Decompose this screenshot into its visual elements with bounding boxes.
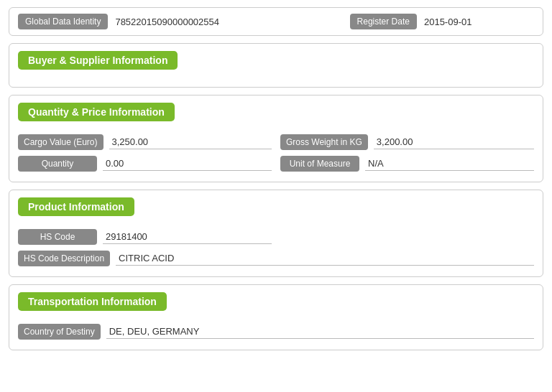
identity-bar: Global Data Identity 7852201509000000255… (9, 7, 543, 36)
gross-weight-value: 3,200.00 (374, 135, 534, 149)
register-date-label: Register Date (350, 14, 417, 29)
product-section: Product Information HS Code 29181400 HS … (9, 190, 543, 277)
quantity-field: Quantity 0.00 (18, 156, 272, 172)
quantity-price-section: Quantity & Price Information Cargo Value… (9, 95, 543, 182)
unit-of-measure-value: N/A (365, 157, 534, 171)
transportation-section: Transportation Information Country of De… (9, 284, 543, 350)
country-of-destiny-value: DE, DEU, GERMANY (106, 325, 534, 339)
product-row1: HS Code 29181400 (18, 229, 534, 245)
hs-code-label: HS Code (18, 229, 97, 245)
transportation-header: Transportation Information (18, 292, 167, 311)
unit-of-measure-field: Unit of Measure N/A (280, 156, 534, 172)
quantity-value: 0.00 (103, 157, 272, 171)
gross-weight-label: Gross Weight in KG (280, 134, 368, 150)
buyer-supplier-section: Buyer & Supplier Information (9, 43, 543, 88)
product-row2: HS Code Description CITRIC ACID (18, 251, 534, 266)
quantity-price-row1: Cargo Value (Euro) 3,250.00 Gross Weight… (18, 134, 534, 150)
country-of-destiny-field: Country of Destiny DE, DEU, GERMANY (18, 324, 534, 340)
product-header: Product Information (18, 197, 134, 216)
hs-code-desc-label: HS Code Description (18, 251, 110, 266)
global-data-identity-label: Global Data Identity (18, 14, 108, 29)
country-of-destiny-label: Country of Destiny (18, 324, 101, 340)
buyer-supplier-header: Buyer & Supplier Information (18, 51, 178, 70)
hs-code-desc-field: HS Code Description CITRIC ACID (18, 251, 534, 266)
cargo-value-value: 3,250.00 (109, 135, 272, 149)
unit-of-measure-label: Unit of Measure (280, 156, 359, 172)
hs-code-value: 29181400 (103, 230, 272, 244)
global-data-identity-value: 78522015090000002554 (115, 17, 225, 27)
quantity-label: Quantity (18, 156, 97, 172)
cargo-value-label: Cargo Value (Euro) (18, 134, 104, 150)
gross-weight-field: Gross Weight in KG 3,200.00 (280, 134, 534, 150)
quantity-price-header: Quantity & Price Information (18, 103, 175, 121)
cargo-value-field: Cargo Value (Euro) 3,250.00 (18, 134, 272, 150)
quantity-price-row2: Quantity 0.00 Unit of Measure N/A (18, 156, 534, 172)
transportation-row1: Country of Destiny DE, DEU, GERMANY (18, 324, 534, 340)
hs-code-desc-value: CITRIC ACID (116, 251, 534, 266)
register-date-value: 2015-09-01 (424, 17, 534, 27)
hs-code-field: HS Code 29181400 (18, 229, 272, 245)
